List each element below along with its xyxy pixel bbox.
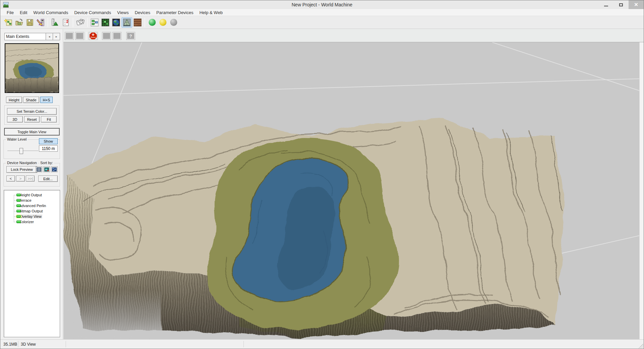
preferences-button[interactable] — [60, 17, 71, 28]
sort-list-icon — [37, 167, 41, 171]
random-seed-button[interactable] — [75, 17, 86, 28]
project-settings-button[interactable] — [50, 17, 60, 28]
view-mode-shade-button[interactable]: Shade — [23, 97, 39, 103]
device-row-terrace[interactable]: Terrace — [4, 198, 60, 203]
nav-next-button[interactable]: > — [16, 176, 25, 182]
help-icon: ? — [127, 33, 134, 39]
camera-3d-button[interactable]: 3D — [7, 116, 23, 122]
sort-device-button[interactable] — [43, 166, 50, 172]
viewport-tool-disabled-2[interactable] — [75, 32, 84, 40]
project-settings-icon — [51, 18, 59, 27]
titlebar: New Project - World Machine ✕ — [0, 0, 644, 9]
device-row-overlay-view[interactable]: Overlay View — [4, 214, 60, 219]
menu-world-commands[interactable]: World Commands — [30, 9, 71, 16]
water-level-value[interactable] — [39, 145, 58, 152]
viewport-tool-disabled-4[interactable] — [112, 32, 121, 40]
device-node-icon — [16, 220, 21, 223]
3d-viewport[interactable] — [63, 42, 644, 339]
sort-list-button[interactable] — [36, 166, 42, 172]
device-workview-button[interactable] — [89, 17, 100, 28]
toolbar-separator — [48, 18, 48, 27]
menu-help-web[interactable]: Help & Web — [196, 9, 226, 16]
layout-view-button[interactable] — [100, 17, 111, 28]
device-node-icon — [16, 194, 21, 196]
status-empty-pane — [66, 341, 244, 347]
partial-build-button[interactable] — [157, 17, 168, 28]
toggle-main-view-button[interactable]: Toggle Main View — [4, 128, 59, 135]
water-level-slider[interactable] — [7, 148, 38, 154]
toolbar-separator — [145, 18, 145, 27]
sort-connections-button[interactable] — [51, 166, 58, 172]
texture-view-icon — [133, 18, 142, 27]
new-world-button[interactable] — [3, 17, 14, 28]
close-icon: ✕ — [634, 2, 638, 8]
save-world-button[interactable] — [24, 17, 35, 28]
water-level-label: Water Level — [6, 137, 28, 141]
toolbar-separator — [73, 18, 73, 27]
disabled-tool-icon — [103, 33, 110, 39]
viewport-scrollbar[interactable] — [639, 42, 644, 339]
edit-device-button[interactable]: Edit... — [38, 176, 58, 182]
minimize-button[interactable] — [598, 0, 613, 9]
preview-panel: Main Extents ◂ ▸ — [0, 29, 63, 339]
inactive-build-button[interactable] — [168, 17, 179, 28]
terrain-preview-thumbnail[interactable] — [5, 43, 59, 93]
build-world-button[interactable] — [147, 17, 157, 28]
sort-by-label: Sort by: — [39, 161, 54, 165]
status-empty-pane-2 — [244, 341, 638, 347]
sphere-gray-icon — [170, 19, 177, 26]
arrow-left-icon: ◂ — [49, 35, 50, 38]
lock-preview-button[interactable]: Lock Preview — [6, 166, 37, 173]
device-node-icon — [16, 210, 21, 212]
close-button[interactable]: ✕ — [629, 0, 644, 9]
device-row-colorizer[interactable]: Colorizer — [4, 219, 60, 225]
viewport-tool-disabled-3[interactable] — [102, 32, 111, 40]
nav-last-button[interactable]: >>| — [26, 176, 35, 182]
resize-grip-icon[interactable] — [639, 344, 643, 348]
texture-view-button[interactable] — [132, 17, 143, 28]
menu-devices[interactable]: Devices — [132, 9, 153, 16]
toolbar-separator — [100, 32, 100, 40]
sort-device-icon — [44, 167, 49, 171]
nav-previous-button[interactable]: < — [6, 176, 15, 182]
extents-next-button[interactable]: ▸ — [53, 33, 60, 40]
viewport-help-button[interactable]: ? — [126, 32, 135, 40]
viewport-reset-button[interactable]: ✥ Reset — [89, 32, 98, 40]
3d-view-button[interactable] — [121, 17, 132, 28]
device-row-bitmap-output[interactable]: Bitmap Output — [4, 208, 60, 214]
menu-edit[interactable]: Edit — [17, 9, 30, 16]
terrain-preview-image — [5, 44, 58, 92]
view-mode-height-button[interactable]: Height — [6, 97, 22, 103]
extents-selector[interactable]: Main Extents — [4, 33, 46, 40]
device-workview-icon — [90, 18, 99, 27]
preferences-icon — [61, 18, 70, 27]
camera-reset-button[interactable]: Reset — [24, 116, 40, 122]
extents-prev-button[interactable]: ◂ — [46, 33, 53, 40]
reset-camera-icon: ✥ Reset — [90, 33, 97, 39]
export-terrain-button[interactable] — [35, 17, 46, 28]
water-show-button[interactable]: Show — [39, 138, 58, 144]
menu-views[interactable]: Views — [114, 9, 132, 16]
disabled-tool-icon — [66, 33, 73, 39]
device-row-advanced-perlin[interactable]: Advanced Perlin — [4, 203, 60, 208]
explorer-view-button[interactable] — [111, 17, 121, 28]
menu-parameter-devices[interactable]: Parameter Devices — [153, 9, 197, 16]
world-machine-window: New Project - World Machine ✕ File Edit … — [0, 0, 644, 349]
slider-thumb[interactable] — [19, 148, 23, 154]
camera-fit-button[interactable]: Fit — [41, 116, 57, 122]
viewport-tool-disabled-1[interactable] — [65, 32, 74, 40]
menu-device-commands[interactable]: Device Commands — [71, 9, 114, 16]
menu-file[interactable]: File — [4, 9, 17, 16]
menubar: File Edit World Commands Device Commands… — [0, 9, 644, 16]
device-row-height-output[interactable]: Height Output — [4, 192, 60, 198]
statusbar: 35.1MB 3D View — [0, 339, 644, 349]
terrain-3d-render — [63, 42, 644, 339]
open-world-button[interactable] — [14, 17, 24, 28]
device-node-icon — [16, 215, 21, 218]
set-terrain-color-button[interactable]: Set Terrain Color... — [7, 108, 57, 115]
maximize-button[interactable] — [613, 0, 629, 9]
disabled-tool-icon — [113, 33, 120, 39]
arrow-right-icon: ▸ — [56, 35, 57, 38]
view-mode-hs-button[interactable]: H+S — [40, 97, 53, 103]
sphere-yellow-icon — [159, 19, 166, 26]
